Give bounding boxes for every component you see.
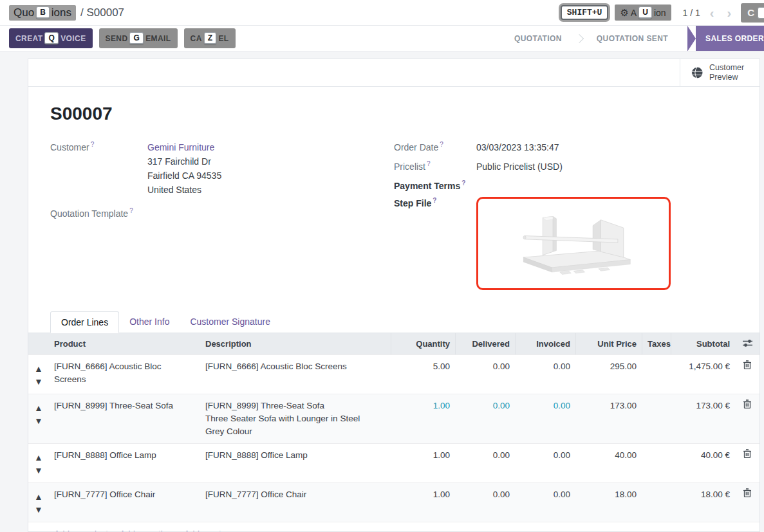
hint-keycap-cutoff (758, 7, 764, 19)
add-product-link[interactable]: Add a product (54, 529, 108, 532)
pager-next-icon[interactable]: › (723, 6, 734, 19)
optional-columns-button[interactable] (735, 333, 759, 353)
cancel-button[interactable]: CAZEL (184, 28, 236, 48)
pager-count: 1 / 1 (683, 8, 700, 18)
customer-value: Gemini Furniture 317 Fairchild Dr Fairfi… (147, 141, 221, 197)
cell-taxes[interactable] (642, 355, 671, 365)
stage-quotation[interactable]: QUOTATION (501, 34, 575, 43)
delete-row-button[interactable] (735, 394, 759, 414)
handle-up-glyph: ▲ (34, 402, 42, 415)
field-column-left: Customer? Gemini Furniture 317 Fairchild… (50, 141, 394, 296)
delete-row-button[interactable] (735, 355, 759, 374)
content-area: Customer Preview S00007 Customer? Gemini… (0, 51, 764, 532)
cell-subtotal: 173.00 € (671, 394, 735, 417)
stage-sales-order[interactable]: SALES ORDER (696, 26, 764, 51)
cell-product[interactable]: [FURN_6666] Acoustic Bloc Screens (49, 355, 200, 391)
action-label-pre: A (631, 8, 637, 18)
cell-invoiced[interactable]: 0.00 (515, 394, 575, 417)
button-box-strip: Customer Preview (28, 59, 759, 87)
cell-description[interactable]: [FURN_6666] Acoustic Bloc Screens (200, 355, 391, 378)
create-button-cutoff[interactable]: C (741, 3, 764, 23)
arrow-right-icon (687, 26, 696, 51)
breadcrumb-quotations-text-pre: Quo (14, 6, 34, 19)
order-date-value[interactable]: 03/03/2023 13:35:47 (476, 141, 559, 154)
cell-unit-price[interactable]: 18.00 (575, 483, 642, 506)
cell-quantity[interactable]: 1.00 (391, 394, 455, 417)
pager-prev-icon[interactable]: ‹ (707, 6, 718, 19)
quotation-template-label-text: Quotation Template (50, 208, 128, 219)
add-note-link[interactable]: Add a note (184, 529, 226, 532)
trash-icon (743, 360, 751, 369)
notebook-tabs: Order Lines Other Info Customer Signatur… (28, 311, 759, 333)
tab-customer-signature[interactable]: Customer Signature (180, 311, 281, 333)
header-subtotal: Subtotal (671, 333, 735, 354)
pricelist-label: Pricelist? (394, 160, 476, 174)
description-line1: [FURN_8999] Three-Seat Sofa (205, 399, 386, 412)
add-section-link[interactable]: Add a section (120, 529, 172, 532)
order-date-label: Order Date? (394, 141, 476, 154)
stage-quotation-sent[interactable]: QUOTATION SENT (584, 34, 681, 43)
cell-delivered[interactable]: 0.00 (455, 355, 515, 378)
step-file-label-text: Step File (394, 197, 431, 208)
cell-product[interactable]: [FURN_8888] Office Lamp (49, 444, 200, 467)
cell-invoiced[interactable]: 0.00 (515, 483, 575, 506)
cell-product[interactable]: [FURN_7777] Office Chair (49, 483, 200, 506)
handle-down-glyph: ▼ (34, 415, 42, 428)
send-email-button[interactable]: SENDGEMAIL (99, 28, 178, 48)
drag-handle-icon[interactable]: ▲▼ (28, 394, 49, 433)
sliders-icon (743, 339, 752, 347)
trash-icon (743, 399, 751, 408)
handle-down-glyph: ▼ (34, 376, 42, 389)
create-button-visible-letter: C (747, 7, 754, 18)
delete-row-button[interactable] (735, 444, 759, 463)
cell-quantity[interactable]: 5.00 (391, 355, 455, 378)
drag-handle-icon[interactable]: ▲▼ (28, 355, 49, 394)
trash-icon (743, 488, 751, 497)
drag-handle-icon[interactable]: ▲▼ (28, 444, 49, 482)
cell-description[interactable]: [FURN_8999] Three-Seat SofaThree Seater … (200, 394, 391, 443)
table-row: ▲▼ [FURN_7777] Office Chair [FURN_7777] … (28, 482, 759, 522)
cancel-label-pre: CA (191, 34, 202, 43)
handle-down-glyph: ▼ (34, 464, 42, 477)
create-invoice-label-pre: CREAT (15, 34, 42, 43)
step-file-label: Step File? (394, 197, 476, 290)
cell-subtotal: 40.00 € (671, 444, 735, 467)
breadcrumb-current: / S00007 (80, 6, 124, 19)
customer-preview-button[interactable]: Customer Preview (680, 59, 759, 86)
action-menu-button[interactable]: ⚙AUion (615, 5, 671, 21)
cell-product[interactable]: [FURN_8999] Three-Seat Sofa (49, 394, 200, 417)
cell-taxes[interactable] (642, 483, 671, 493)
cell-taxes[interactable] (642, 394, 671, 405)
customer-link[interactable]: Gemini Furniture (147, 142, 214, 152)
cell-invoiced[interactable]: 0.00 (515, 444, 575, 467)
cell-unit-price[interactable]: 295.00 (575, 355, 642, 378)
handle-up-glyph: ▲ (34, 452, 42, 464)
cell-unit-price[interactable]: 40.00 (575, 444, 642, 467)
chevron-right-icon (575, 33, 584, 42)
hint-keycap-g: G (129, 32, 144, 44)
cell-quantity[interactable]: 1.00 (391, 483, 455, 506)
description-line2: Three Seater Sofa with Lounger in Steel … (205, 412, 380, 438)
delete-row-button[interactable] (735, 483, 759, 502)
help-icon: ? (91, 141, 95, 148)
cell-delivered[interactable]: 0.00 (455, 444, 515, 467)
cancel-label-post: EL (218, 34, 228, 43)
create-invoice-button[interactable]: CREATQVOICE (9, 28, 93, 48)
cell-description[interactable]: [FURN_8888] Office Lamp (200, 444, 391, 467)
send-email-label-post: EMAIL (145, 34, 171, 43)
cell-delivered[interactable]: 0.00 (455, 483, 515, 506)
cell-unit-price[interactable]: 173.00 (575, 394, 642, 417)
cell-quantity[interactable]: 1.00 (391, 444, 455, 467)
cell-taxes[interactable] (642, 444, 671, 454)
drag-handle-icon[interactable]: ▲▼ (28, 483, 49, 522)
cell-delivered[interactable]: 0.00 (455, 394, 515, 417)
cell-invoiced[interactable]: 0.00 (515, 355, 575, 378)
pricelist-value[interactable]: Public Pricelist (USD) (476, 160, 563, 174)
send-email-label-pre: SEND (106, 34, 128, 43)
breadcrumb-quotations[interactable]: QuoBions (9, 5, 76, 21)
step-file-preview[interactable] (476, 197, 671, 290)
tab-other-info[interactable]: Other Info (119, 311, 180, 333)
tab-order-lines[interactable]: Order Lines (50, 311, 119, 333)
cell-description[interactable]: [FURN_7777] Office Chair (200, 483, 391, 506)
help-icon: ? (461, 179, 465, 187)
